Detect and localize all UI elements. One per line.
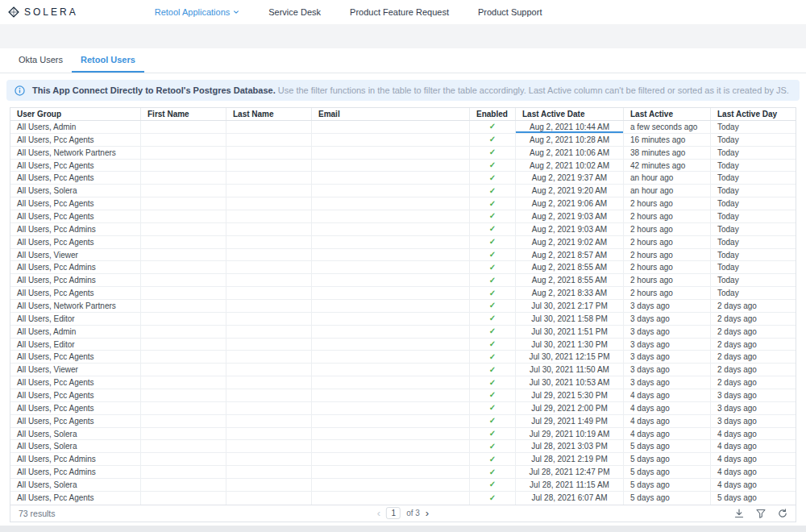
cell-last-name[interactable] <box>226 466 312 478</box>
cell-last-active-day[interactable]: Today <box>711 160 796 172</box>
cell-first-name[interactable] <box>141 415 226 427</box>
table-row[interactable]: All Users, Pcc Admins✓Jul 28, 2021 2:19 … <box>10 453 796 466</box>
refresh-icon[interactable] <box>778 509 787 518</box>
cell-last-active-date[interactable]: Jul 30, 2021 1:58 PM <box>516 313 624 325</box>
cell-last-active-day[interactable]: 4 days ago <box>711 466 796 478</box>
cell-user-group[interactable]: All Users, Admin <box>10 326 141 338</box>
col-header-last-active[interactable]: Last Active <box>624 108 711 120</box>
table-row[interactable]: All Users, Pcc Agents✓Jul 29, 2021 2:00 … <box>10 402 796 415</box>
cell-user-group[interactable]: All Users, Pcc Agents <box>10 402 141 414</box>
cell-last-active[interactable]: 3 days ago <box>624 376 711 389</box>
cell-last-name[interactable] <box>226 351 312 363</box>
table-row[interactable]: All Users, Pcc Agents✓Jul 29, 2021 5:30 … <box>10 389 796 402</box>
cell-first-name[interactable] <box>141 160 226 172</box>
cell-last-active-day[interactable]: 4 days ago <box>711 428 796 440</box>
cell-last-active[interactable]: 4 days ago <box>624 428 711 440</box>
cell-email[interactable] <box>312 197 470 210</box>
cell-last-active[interactable]: 5 days ago <box>624 440 711 452</box>
cell-first-name[interactable] <box>141 249 226 261</box>
table-row[interactable]: All Users, Network Partners✓Jul 30, 2021… <box>10 300 796 313</box>
cell-user-group[interactable]: All Users, Pcc Admins <box>10 223 141 235</box>
cell-first-name[interactable] <box>141 185 226 197</box>
cell-email[interactable] <box>312 466 470 478</box>
cell-last-name[interactable] <box>226 223 312 235</box>
cell-first-name[interactable] <box>141 389 226 401</box>
table-row[interactable]: All Users, Pcc Agents✓Jul 29, 2021 1:49 … <box>10 415 796 428</box>
table-row[interactable]: All Users, Admin✓Aug 2, 2021 10:44 AMa f… <box>10 121 796 134</box>
cell-email[interactable] <box>312 364 470 376</box>
cell-last-active-day[interactable]: Today <box>711 197 796 210</box>
next-page-button[interactable]: › <box>426 508 429 518</box>
cell-last-active[interactable]: 3 days ago <box>624 351 711 363</box>
cell-last-active-date[interactable]: Aug 2, 2021 8:55 AM <box>516 261 624 273</box>
cell-email[interactable] <box>312 313 470 325</box>
cell-last-name[interactable] <box>226 287 312 299</box>
table-row[interactable]: All Users, Viewer✓Jul 30, 2021 11:50 AM3… <box>10 364 796 376</box>
table-row[interactable]: All Users, Pcc Agents✓Jul 28, 2021 6:07 … <box>10 492 796 505</box>
cell-email[interactable] <box>312 147 470 159</box>
cell-last-active[interactable]: 2 hours ago <box>624 249 711 261</box>
cell-enabled[interactable]: ✓ <box>470 223 516 235</box>
cell-user-group[interactable]: All Users, Admin <box>10 121 141 133</box>
cell-last-active-date[interactable]: Jul 29, 2021 2:00 PM <box>516 402 624 414</box>
cell-last-active-date[interactable]: Jul 28, 2021 6:07 AM <box>516 492 624 505</box>
cell-last-active[interactable]: 3 days ago <box>624 313 711 325</box>
cell-enabled[interactable]: ✓ <box>470 389 516 401</box>
table-row[interactable]: All Users, Solera✓Jul 28, 2021 3:03 PM5 … <box>10 440 796 453</box>
cell-last-active[interactable]: 2 hours ago <box>624 197 711 210</box>
cell-last-active-date[interactable]: Jul 30, 2021 2:17 PM <box>516 300 624 312</box>
cell-last-active-day[interactable]: Today <box>711 249 796 261</box>
cell-enabled[interactable]: ✓ <box>470 261 516 273</box>
cell-last-active[interactable]: 3 days ago <box>624 326 711 338</box>
cell-last-active[interactable]: 5 days ago <box>624 492 711 505</box>
cell-enabled[interactable]: ✓ <box>470 440 516 452</box>
cell-last-active-date[interactable]: Jul 29, 2021 5:30 PM <box>516 389 624 401</box>
cell-enabled[interactable]: ✓ <box>470 339 516 351</box>
cell-last-active[interactable]: 5 days ago <box>624 466 711 478</box>
cell-last-active-day[interactable]: 3 days ago <box>711 389 796 401</box>
table-row[interactable]: All Users, Pcc Admins✓Aug 2, 2021 9:03 A… <box>10 223 796 236</box>
cell-last-name[interactable] <box>226 453 312 465</box>
cell-last-active-day[interactable]: Today <box>711 121 796 133</box>
cell-last-active-day[interactable]: 4 days ago <box>711 479 796 491</box>
table-row[interactable]: All Users, Pcc Admins✓Aug 2, 2021 8:55 A… <box>10 261 796 274</box>
cell-first-name[interactable] <box>141 261 226 273</box>
cell-enabled[interactable]: ✓ <box>470 185 516 197</box>
cell-user-group[interactable]: All Users, Solera <box>10 428 141 440</box>
cell-first-name[interactable] <box>141 300 226 312</box>
cell-email[interactable] <box>312 492 470 505</box>
cell-last-active[interactable]: 3 days ago <box>624 300 711 312</box>
cell-first-name[interactable] <box>141 402 226 414</box>
cell-last-name[interactable] <box>226 492 312 505</box>
cell-last-active-date[interactable]: Jul 30, 2021 11:50 AM <box>516 364 624 376</box>
cell-email[interactable] <box>312 249 470 261</box>
cell-enabled[interactable]: ✓ <box>470 326 516 338</box>
cell-email[interactable] <box>312 172 470 184</box>
cell-enabled[interactable]: ✓ <box>470 210 516 222</box>
cell-first-name[interactable] <box>141 236 226 248</box>
cell-last-active[interactable]: 2 hours ago <box>624 261 711 273</box>
cell-first-name[interactable] <box>141 453 226 465</box>
cell-user-group[interactable]: All Users, Pcc Agents <box>10 210 141 222</box>
cell-last-active[interactable]: 4 days ago <box>624 389 711 401</box>
table-row[interactable]: All Users, Pcc Agents✓Jul 30, 2021 10:53… <box>10 376 796 389</box>
cell-last-name[interactable] <box>226 376 312 389</box>
cell-last-active[interactable]: a few seconds ago <box>624 121 711 133</box>
table-row[interactable]: All Users, Editor✓Jul 30, 2021 1:58 PM3 … <box>10 313 796 326</box>
cell-last-active-day[interactable]: 2 days ago <box>711 351 796 363</box>
cell-last-active-day[interactable]: Today <box>711 185 796 197</box>
cell-user-group[interactable]: All Users, Pcc Admins <box>10 274 141 286</box>
cell-last-active-date[interactable]: Aug 2, 2021 10:02 AM <box>516 160 624 172</box>
cell-last-name[interactable] <box>226 185 312 197</box>
cell-last-name[interactable] <box>226 313 312 325</box>
cell-last-active-day[interactable]: 4 days ago <box>711 440 796 452</box>
cell-last-active-day[interactable]: Today <box>711 134 796 146</box>
cell-enabled[interactable]: ✓ <box>470 134 516 146</box>
cell-enabled[interactable]: ✓ <box>470 287 516 299</box>
cell-user-group[interactable]: All Users, Pcc Agents <box>10 351 141 363</box>
cell-user-group[interactable]: All Users, Solera <box>10 440 141 452</box>
cell-last-name[interactable] <box>226 147 312 159</box>
cell-enabled[interactable]: ✓ <box>470 274 516 286</box>
cell-first-name[interactable] <box>141 466 226 478</box>
cell-email[interactable] <box>312 300 470 312</box>
